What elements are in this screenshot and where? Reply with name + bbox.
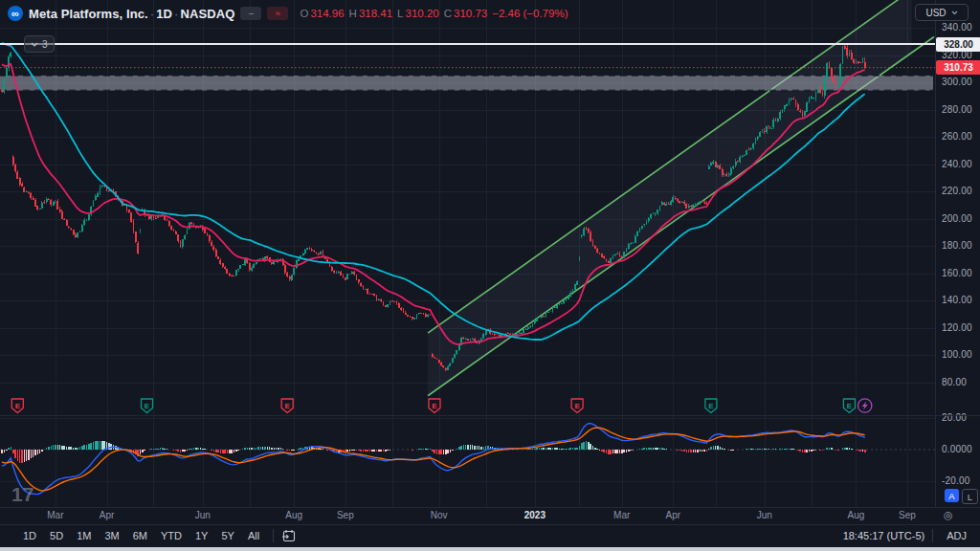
- time-tick: Apr: [666, 510, 681, 520]
- time-tick: Sep: [899, 510, 916, 520]
- high-value: 318.41: [359, 8, 392, 19]
- interval-label: 1D: [156, 7, 172, 21]
- price-tick: 200.00: [942, 213, 972, 224]
- adjust-toggle[interactable]: ADJ: [941, 530, 972, 541]
- macd-tick: 0.0000: [942, 444, 972, 454]
- time-tick: Jun: [757, 510, 772, 520]
- svg-text:E: E: [15, 402, 21, 410]
- range-button-3m[interactable]: 3M: [99, 528, 124, 543]
- symbol-title[interactable]: Meta Platforms, Inc.·1D·NASDAQ: [29, 7, 234, 21]
- toolbar-separator: [0, 524, 980, 525]
- close-value: 310.73: [454, 8, 487, 19]
- open-value: 314.96: [310, 8, 344, 19]
- price-tick: 160.00: [942, 268, 972, 278]
- price-tick: 280.00: [942, 104, 972, 115]
- market-status-icon[interactable]: –: [240, 7, 261, 20]
- range-button-1d[interactable]: 1D: [17, 528, 42, 543]
- price-tick: 180.00: [942, 240, 972, 251]
- macd-tick: 20.00: [942, 412, 967, 423]
- tradingview-chart-window: EEEEEEE17 ∞ Meta Platforms, Inc.·1D·NASD…: [0, 0, 980, 551]
- bottom-toolbar: 1D5D1M3M6MYTD1Y5YAll 18:45:17 (UTC-5) AD…: [0, 524, 980, 547]
- meta-logo-icon: ∞: [8, 6, 23, 21]
- macd-tick: -20.00: [942, 475, 970, 486]
- time-tick: Mar: [47, 510, 63, 520]
- go-to-date-icon[interactable]: [281, 529, 296, 542]
- svg-text:E: E: [432, 402, 437, 410]
- price-axis[interactable]: A L 340.00320.00300.00280.00260.00240.00…: [935, 0, 980, 507]
- log-scale-button[interactable]: L: [962, 489, 978, 504]
- price-tick: 80.00: [942, 377, 967, 387]
- time-axis[interactable]: ◎ MarAprJunAugSepNov2023MarAprJunAugSep: [0, 507, 980, 524]
- price-tick: 300.00: [942, 77, 972, 87]
- svg-text:E: E: [574, 402, 580, 410]
- time-tick: Aug: [285, 510, 302, 520]
- time-tick: 2023: [524, 510, 546, 520]
- range-button-1m[interactable]: 1M: [71, 528, 97, 543]
- symbol-header: ∞ Meta Platforms, Inc.·1D·NASDAQ – ≈ O31…: [8, 4, 568, 23]
- event-lightning-icon: [858, 399, 872, 412]
- svg-text:E: E: [145, 402, 150, 410]
- time-tick: Mar: [613, 510, 630, 520]
- indicator-count: 3: [42, 39, 48, 50]
- time-tick: Aug: [847, 510, 864, 520]
- pane-separator[interactable]: [0, 415, 980, 416]
- time-tick: Sep: [337, 510, 354, 520]
- exchange-label: NASDAQ: [181, 7, 235, 21]
- chevron-down-icon: [951, 11, 958, 15]
- low-value: 310.20: [406, 8, 439, 19]
- time-tick: Jun: [195, 510, 211, 520]
- data-status-icon[interactable]: ≈: [267, 7, 288, 20]
- time-tick: Nov: [431, 510, 448, 520]
- price-tick: 120.00: [942, 322, 972, 333]
- price-range-band-drawing[interactable]: [0, 76, 933, 91]
- time-tick: Apr: [100, 510, 115, 520]
- range-button-5d[interactable]: 5D: [44, 528, 69, 543]
- range-button-6m[interactable]: 6M: [127, 528, 153, 543]
- line-price-label: 328.00: [936, 37, 980, 52]
- ohlc-legend: O314.96 H318.41 L310.20 C310.73 −2.46 (−…: [300, 8, 568, 19]
- svg-text:E: E: [708, 402, 714, 410]
- svg-text:E: E: [285, 402, 291, 410]
- date-range-buttons: 1D5D1M3M6MYTD1Y5YAll: [17, 528, 265, 543]
- price-tick: 220.00: [942, 186, 972, 196]
- window-edge-strip: [0, 547, 980, 551]
- session-clock[interactable]: 18:45:17 (UTC-5): [843, 530, 925, 541]
- price-tick: 140.00: [942, 295, 972, 305]
- price-tick: 100.00: [942, 349, 972, 360]
- auto-scale-button[interactable]: A: [945, 489, 959, 502]
- change-value: −2.46 (−0.79%): [492, 8, 568, 19]
- range-button-1y[interactable]: 1Y: [189, 528, 213, 543]
- indicators-collapse-chip[interactable]: 3: [24, 35, 55, 53]
- toolbar-divider: [273, 529, 274, 542]
- chevron-down-icon: [31, 42, 38, 47]
- tradingview-watermark: 17: [11, 483, 33, 505]
- time-axis-separator: [0, 507, 980, 508]
- axis-settings-icon[interactable]: ◎: [944, 509, 953, 521]
- last-price-label: 310.73: [936, 60, 980, 75]
- range-button-ytd[interactable]: YTD: [155, 528, 188, 543]
- price-tick: 340.00: [942, 22, 972, 33]
- svg-text:E: E: [847, 402, 853, 410]
- toolbar-divider: [932, 529, 933, 542]
- currency-selector[interactable]: USD: [915, 4, 969, 21]
- price-tick: 260.00: [942, 131, 972, 142]
- range-button-5y[interactable]: 5Y: [215, 528, 239, 543]
- range-button-all[interactable]: All: [242, 528, 265, 543]
- price-chart-canvas[interactable]: EEEEEEE17: [0, 0, 935, 507]
- price-tick: 240.00: [942, 159, 972, 169]
